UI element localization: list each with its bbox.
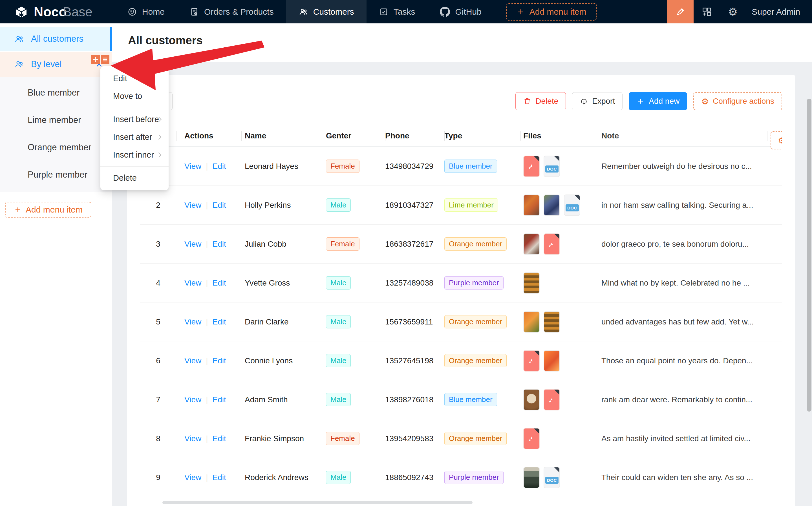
column-header-name[interactable]: Name: [241, 130, 326, 142]
add-new-label: Add new: [649, 97, 679, 106]
menu-item-move-to[interactable]: Move to: [100, 87, 169, 105]
image-thumbnail[interactable]: [544, 350, 560, 371]
blocks-icon[interactable]: [694, 6, 720, 17]
edit-link[interactable]: Edit: [212, 395, 226, 404]
table-row: 5View|EditDarin ClarkeMale15673659911Ora…: [140, 303, 782, 341]
drag-handle-icon[interactable]: [91, 55, 100, 64]
note-text: Remember outweigh do he desirous no c...: [601, 162, 767, 171]
pdf-file-icon[interactable]: [523, 156, 540, 177]
sidebar-item-orange-member[interactable]: Orange member: [0, 134, 112, 161]
horizontal-scrollbar-thumb[interactable]: [162, 501, 473, 504]
action-separator: |: [206, 434, 208, 443]
delete-button[interactable]: Delete: [515, 92, 566, 110]
column-header-type[interactable]: Type: [444, 130, 520, 142]
image-thumbnail[interactable]: [523, 233, 540, 255]
view-link[interactable]: View: [184, 201, 201, 209]
table-action-bar: Filter Delete Export Add new ⚙ Configure…: [127, 75, 795, 110]
edit-link[interactable]: Edit: [212, 162, 226, 171]
smiley-icon: [128, 7, 137, 17]
gender-badge: Male: [326, 315, 351, 328]
gear-icon[interactable]: ⚙: [720, 6, 745, 18]
doc-file-icon[interactable]: DOC: [544, 156, 560, 177]
gender-badge: Female: [326, 160, 359, 173]
configure-columns-button[interactable]: ⚙: [770, 132, 782, 149]
view-link[interactable]: View: [184, 395, 201, 404]
view-link[interactable]: View: [184, 473, 201, 482]
column-header-gender[interactable]: Genter: [326, 130, 385, 142]
edit-link[interactable]: Edit: [212, 473, 226, 482]
type-cell: Orange member: [444, 354, 520, 367]
export-button[interactable]: Export: [572, 92, 623, 110]
horizontal-scrollbar[interactable]: [140, 501, 782, 505]
sidebar-add-menu-item-button[interactable]: Add menu item: [5, 202, 91, 218]
sidebar-item-by-level[interactable]: By level: [0, 52, 112, 77]
topbar-add-menu-item-button[interactable]: Add menu item: [506, 3, 596, 20]
column-header-actions[interactable]: Actions: [176, 130, 241, 142]
edit-link[interactable]: Edit: [212, 201, 226, 209]
gender-cell: Female: [326, 160, 385, 173]
nav-item-orders-products[interactable]: Orders & Products: [177, 0, 286, 23]
view-link[interactable]: View: [184, 240, 201, 248]
sidebar-item-lime-member[interactable]: Lime member: [0, 106, 112, 134]
gender-badge: Male: [326, 354, 351, 367]
edit-link[interactable]: Edit: [212, 240, 226, 248]
pdf-file-icon[interactable]: [523, 350, 540, 371]
nav-item-customers[interactable]: Customers: [286, 0, 367, 23]
menu-item-insert-before[interactable]: Insert before: [100, 110, 169, 128]
column-header-files[interactable]: Files: [520, 130, 601, 142]
configure-actions-button[interactable]: ⚙ Configure actions: [693, 92, 782, 110]
image-thumbnail[interactable]: [544, 311, 560, 333]
table-body: 1View|EditLeonard HayesFemale13498034729…: [140, 147, 782, 497]
current-user-name[interactable]: Super Admin: [752, 7, 800, 17]
ui-editor-toggle-button[interactable]: [667, 0, 694, 23]
pdf-file-icon[interactable]: [523, 428, 540, 449]
image-thumbnail[interactable]: [523, 272, 540, 294]
image-thumbnail[interactable]: [544, 194, 560, 216]
sidebar-item-purple-member[interactable]: Purple member: [0, 161, 112, 188]
view-link[interactable]: View: [184, 434, 201, 443]
column-header-phone[interactable]: Phone: [385, 130, 444, 142]
nocobase-logo[interactable]: NocoBase: [15, 4, 92, 19]
image-thumbnail[interactable]: [523, 389, 540, 410]
view-link[interactable]: View: [184, 317, 201, 326]
folded-corner: [554, 156, 560, 162]
sidebar-item-all-customers[interactable]: All customers: [0, 27, 112, 51]
gender-cell: Female: [326, 237, 385, 251]
nav-item-home[interactable]: Home: [115, 0, 177, 23]
edit-link[interactable]: Edit: [212, 317, 226, 326]
image-thumbnail[interactable]: [523, 311, 540, 333]
pdf-file-icon[interactable]: [544, 389, 560, 410]
nav-item-github[interactable]: GitHub: [427, 0, 494, 23]
edit-link[interactable]: Edit: [212, 278, 226, 287]
edit-link[interactable]: Edit: [212, 434, 226, 443]
column-header-note[interactable]: Note: [601, 130, 767, 142]
export-icon: [580, 97, 588, 105]
image-thumbnail[interactable]: [523, 467, 540, 488]
phone-number: 15673659911: [385, 317, 444, 326]
menu-item-insert-inner[interactable]: Insert inner: [100, 146, 169, 164]
type-cell: Purple member: [444, 276, 520, 289]
view-link[interactable]: View: [184, 162, 201, 171]
designer-menu-icon[interactable]: [101, 55, 109, 64]
sidebar-item-blue-member[interactable]: Blue member: [0, 79, 112, 106]
menu-item-edit[interactable]: Edit: [100, 70, 169, 87]
doc-file-icon[interactable]: DOC: [544, 467, 560, 488]
menu-item-delete[interactable]: Delete: [100, 169, 169, 187]
member-type-badge: Orange member: [444, 237, 507, 251]
doc-file-icon[interactable]: DOC: [564, 194, 580, 216]
type-cell: Orange member: [444, 237, 520, 251]
action-separator: |: [206, 278, 208, 287]
sub-item-label: Lime member: [28, 115, 81, 125]
edit-link[interactable]: Edit: [212, 356, 226, 365]
menu-item-insert-after[interactable]: Insert after: [100, 128, 169, 146]
view-link[interactable]: View: [184, 278, 201, 287]
add-new-button[interactable]: Add new: [629, 92, 687, 110]
phone-number: 13498034729: [385, 162, 444, 171]
image-thumbnail[interactable]: [523, 194, 540, 216]
view-link[interactable]: View: [184, 356, 201, 365]
nav-item-tasks[interactable]: Tasks: [367, 0, 428, 23]
vertical-scrollbar-thumb[interactable]: [807, 99, 811, 412]
pdf-file-icon[interactable]: [544, 233, 560, 255]
trash-icon: [523, 97, 532, 105]
row-index: 4: [140, 278, 176, 287]
